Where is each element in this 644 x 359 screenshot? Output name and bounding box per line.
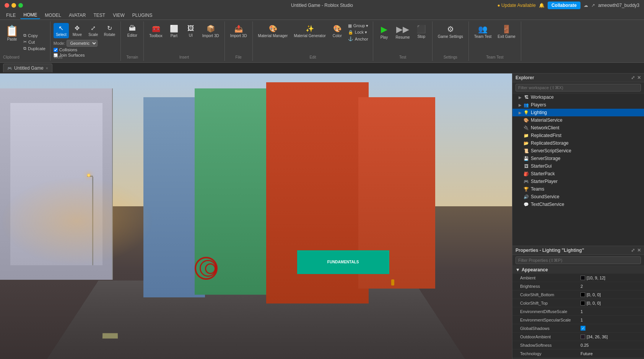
ui-button[interactable]: 🖼 UI: [183, 23, 198, 39]
tree-item-label: SoundService: [531, 194, 559, 199]
mode-select[interactable]: Geometric: [67, 40, 98, 47]
menu-home[interactable]: HOME: [20, 11, 40, 19]
tree-item[interactable]: 📁 ReplicatedFirst: [512, 132, 644, 139]
exit-game-button[interactable]: 🚪 Exit Game: [495, 23, 518, 40]
explorer-expand-icon[interactable]: ⤢: [631, 75, 635, 80]
viewport[interactable]: FUNDAMENTALS: [0, 73, 512, 359]
prop-value: 1: [581, 318, 641, 322]
share-icon[interactable]: ↗: [591, 3, 595, 8]
tree-item[interactable]: ▶ 👥 Players: [512, 101, 644, 109]
lock-button[interactable]: 🔒 Lock ▾: [346, 29, 370, 35]
properties-filter-input[interactable]: [516, 256, 641, 264]
tree-item-label: Lighting: [531, 110, 547, 115]
toolbox-button[interactable]: 🧰 Toolbox: [147, 23, 164, 39]
menu-model[interactable]: MODEL: [42, 12, 64, 19]
tree-item-label: NetworkClient: [531, 125, 559, 131]
titlebar: Untitled Game - Roblox Studio ● Update A…: [0, 0, 644, 11]
tree-item[interactable]: 🎨 MaterialService: [512, 116, 644, 124]
material-generator-button[interactable]: ✨ Material Generator: [291, 23, 328, 39]
viewport-tab[interactable]: 🎮 Untitled Game ×: [3, 64, 52, 72]
play-button[interactable]: ▶ Play: [376, 23, 392, 41]
prop-row[interactable]: Ambient [10, 9, 12]: [512, 274, 644, 282]
prop-row[interactable]: ColorShift_Top [0, 0, 0]: [512, 299, 644, 307]
prop-row[interactable]: Technology Future: [512, 349, 644, 358]
select-button[interactable]: ↖ Select: [54, 23, 69, 38]
viewport-tab-close[interactable]: ×: [46, 66, 48, 70]
group-button[interactable]: ▦ Group ▾: [346, 23, 370, 29]
prop-section-header[interactable]: ▼Appearance: [512, 266, 644, 274]
rotate-button[interactable]: ↻ Rotate: [102, 23, 117, 38]
prop-row[interactable]: EnvironmentSpecularScale 1: [512, 316, 644, 324]
prop-row[interactable]: Brightness 2: [512, 282, 644, 290]
anchor-button[interactable]: ⚓ Anchor: [346, 36, 370, 42]
game-settings-button[interactable]: ⚙ Game Settings: [436, 23, 465, 40]
import3d-button[interactable]: 📦 Import 3D: [200, 23, 221, 39]
tree-item[interactable]: 📂 ReplicatedStorage: [512, 139, 644, 147]
tree-item[interactable]: 🔊 SoundService: [512, 193, 644, 201]
maximize-button[interactable]: [18, 3, 23, 8]
tree-item[interactable]: 🖼 StarterGui: [512, 162, 644, 170]
menu-view[interactable]: VIEW: [110, 12, 128, 19]
ui-icon: 🖼: [187, 24, 194, 33]
explorer-close-icon[interactable]: ✕: [637, 75, 641, 80]
menu-plugins[interactable]: PLUGINS: [129, 12, 156, 19]
team-test-button[interactable]: 👥 Team Test: [472, 23, 494, 40]
prop-row[interactable]: OutdoorAmbient [34, 26, 36]: [512, 333, 644, 341]
cut-button[interactable]: ✂ Cut: [22, 39, 47, 45]
prop-row[interactable]: ColorShift_Bottom [0, 0, 0]: [512, 290, 644, 299]
tree-item-icon: 📂: [523, 140, 529, 146]
prop-color-swatch: [581, 276, 585, 280]
menu-test[interactable]: TEST: [90, 12, 108, 19]
window-controls[interactable]: [5, 3, 23, 8]
properties-expand-icon[interactable]: ⤢: [631, 248, 635, 253]
group-icon: ▦: [348, 23, 352, 28]
menu-file[interactable]: FILE: [3, 12, 19, 19]
explorer-filter-input[interactable]: [516, 84, 641, 91]
collaborate-button[interactable]: Collaborate: [548, 2, 581, 9]
tree-item-label: StarterGui: [531, 163, 552, 169]
editor-button[interactable]: 🏔 Editor: [125, 23, 140, 39]
menu-avatar[interactable]: AVATAR: [66, 12, 89, 19]
tree-item[interactable]: 🏆 Teams: [512, 185, 644, 193]
properties-title: Properties - Lighting "Lighting": [516, 248, 584, 253]
tree-item[interactable]: 💾 ServerStorage: [512, 155, 644, 162]
tree-item-icon: 📜: [523, 148, 529, 154]
tree-item[interactable]: 🔌 NetworkClient: [512, 124, 644, 132]
resume-button[interactable]: ▶▶ Resume: [393, 23, 412, 41]
tree-item[interactable]: ▶ 🏗 Workspace: [512, 93, 644, 101]
tree-item-icon: 💬: [523, 201, 529, 207]
prop-checkbox[interactable]: ✓: [581, 326, 585, 331]
tree-item[interactable]: 📜 ServerScriptService: [512, 147, 644, 155]
prop-row[interactable]: GlobalShadows ✓: [512, 324, 644, 333]
copy-button[interactable]: ⧉ Copy: [22, 33, 47, 38]
prop-value: 2: [581, 284, 641, 289]
collisions-checkbox[interactable]: [54, 48, 58, 52]
move-button[interactable]: ✥ Move: [70, 23, 85, 38]
paste-label: Paste: [7, 37, 17, 41]
import-button[interactable]: 📤 Import 3D: [228, 23, 249, 39]
minimize-button[interactable]: [11, 3, 16, 8]
prop-row[interactable]: EnvironmentDiffuseScale 1: [512, 307, 644, 316]
tree-item[interactable]: 🎒 StarterPack: [512, 170, 644, 178]
tree-item[interactable]: ▶ 💡 Lighting: [512, 109, 644, 116]
prop-row[interactable]: ShadowSoftness 0.25: [512, 341, 644, 349]
color-button[interactable]: 🎨 Color: [330, 23, 345, 39]
tree-item[interactable]: 🎮 StarterPlayer: [512, 178, 644, 185]
properties-close-icon[interactable]: ✕: [637, 248, 641, 253]
prop-name: OutdoorAmbient: [520, 335, 581, 339]
material-manager-button[interactable]: 🎨 Material Manager: [256, 23, 290, 39]
scale-button[interactable]: ⤢ Scale: [86, 23, 101, 38]
part-button[interactable]: ⬜ Part: [166, 23, 182, 39]
tree-item[interactable]: 💬 TextChatService: [512, 201, 644, 208]
import-icon: 📤: [234, 24, 243, 33]
stop-button[interactable]: ⬛ Stop: [414, 23, 429, 40]
notification-icon[interactable]: 🔔: [539, 3, 545, 8]
paste-icon: 📋: [5, 24, 19, 37]
test-label: Test: [399, 55, 406, 59]
editor-icon: 🏔: [129, 24, 136, 33]
tree-item-label: TextChatService: [531, 202, 564, 207]
update-available[interactable]: ● Update Available: [497, 3, 535, 8]
menubar: FILE HOME MODEL AVATAR TEST VIEW PLUGINS: [0, 11, 644, 20]
duplicate-button[interactable]: ⧉ Duplicate: [22, 46, 47, 51]
close-button[interactable]: [5, 3, 9, 8]
